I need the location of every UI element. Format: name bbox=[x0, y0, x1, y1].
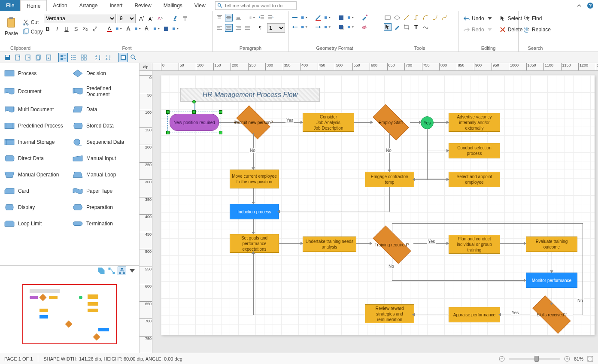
shape-preparation[interactable]: Preparation bbox=[70, 200, 137, 214]
node-plan[interactable]: Plan and conduct individual or group tra… bbox=[449, 235, 500, 254]
qb-export[interactable] bbox=[44, 53, 53, 62]
tool-pen[interactable] bbox=[393, 23, 401, 31]
zoom-out-icon[interactable] bbox=[498, 355, 505, 362]
arrow-end-button[interactable] bbox=[314, 23, 322, 31]
tool-text[interactable]: T bbox=[412, 23, 420, 31]
align-justify-button[interactable] bbox=[244, 24, 252, 32]
node-engage[interactable]: Emgage contractor/ temp bbox=[365, 172, 414, 187]
line-style-button[interactable] bbox=[291, 14, 299, 21]
superscript-button[interactable]: x2 bbox=[91, 25, 99, 33]
indent-right-button[interactable] bbox=[267, 14, 275, 21]
shape-decision[interactable]: Decision bbox=[70, 67, 137, 80]
text-fill-dropdown[interactable] bbox=[172, 25, 179, 33]
qb-outline[interactable] bbox=[58, 53, 68, 62]
node-consider[interactable]: Consider Job Analysis Job Description bbox=[303, 113, 354, 132]
font-color-dropdown[interactable] bbox=[115, 25, 123, 33]
sel-handle[interactable] bbox=[219, 131, 222, 134]
underline-button[interactable]: U bbox=[63, 25, 70, 33]
find-button[interactable]: Find bbox=[521, 14, 544, 23]
eraser-button[interactable] bbox=[361, 23, 368, 31]
sel-handle[interactable] bbox=[166, 131, 170, 134]
shape-sequencial-data[interactable]: Sequencial Data bbox=[70, 135, 137, 149]
drawing-page[interactable]: HR Management Process Flow New position … bbox=[161, 75, 595, 335]
subscript-button[interactable]: x2 bbox=[82, 25, 89, 33]
qb-sort-za[interactable]: ZA bbox=[104, 53, 113, 62]
text-shadow-dropdown[interactable] bbox=[153, 25, 161, 33]
indent-left-button[interactable] bbox=[258, 14, 265, 21]
tell-me-input[interactable] bbox=[224, 3, 294, 8]
tool-arc2[interactable] bbox=[431, 14, 439, 21]
node-skills[interactable]: Skills received? bbox=[526, 302, 577, 328]
align-middle-button[interactable] bbox=[225, 14, 233, 21]
line-color-button[interactable] bbox=[314, 14, 322, 21]
align-right-button[interactable] bbox=[234, 24, 242, 32]
shape-stored-data[interactable]: Stored Data bbox=[70, 119, 137, 133]
node-appraise[interactable]: Appraise performance bbox=[449, 307, 500, 322]
font-family-select[interactable]: Verdana bbox=[44, 14, 116, 23]
qb-preview[interactable] bbox=[118, 53, 128, 62]
node-move[interactable]: Move current employee to the new positio… bbox=[230, 170, 279, 188]
line-color-dropdown[interactable] bbox=[324, 14, 331, 21]
title-box[interactable]: HR Management Process Flow bbox=[180, 88, 320, 102]
rotate-handle[interactable] bbox=[192, 100, 196, 103]
shape-internal-storage[interactable]: Internal Storage bbox=[2, 135, 69, 149]
line-style-dropdown[interactable] bbox=[301, 14, 308, 21]
format-painter-button[interactable] bbox=[181, 15, 189, 22]
sb-more[interactable] bbox=[128, 267, 137, 275]
indent-select[interactable]: 1 bbox=[267, 23, 285, 33]
fill-color-dropdown[interactable] bbox=[347, 14, 355, 21]
node-goals[interactable]: Set goals and performance expectations bbox=[230, 234, 279, 253]
shadow-dropdown[interactable] bbox=[347, 23, 355, 31]
sb-tree[interactable] bbox=[118, 267, 126, 275]
node-undertake[interactable]: Undertake training needs analysis bbox=[303, 237, 356, 252]
qb-sort-az[interactable]: AZ bbox=[94, 53, 103, 62]
collapse-ribbon-icon[interactable] bbox=[576, 2, 583, 9]
text-shadow-button[interactable]: AA bbox=[143, 25, 151, 33]
menu-review[interactable]: Review bbox=[128, 0, 157, 11]
grow-font-button[interactable]: A bbox=[137, 15, 145, 22]
font-color-button[interactable]: A bbox=[106, 25, 113, 33]
undo-button[interactable]: Undo bbox=[461, 14, 495, 23]
tell-me-search[interactable] bbox=[215, 1, 297, 10]
clear-format-button[interactable]: A bbox=[156, 15, 164, 22]
ruler-horizontal[interactable]: 0501001502002503003504004505005506006507… bbox=[152, 63, 598, 71]
shape-manual-operation[interactable]: Manual Operation bbox=[2, 168, 69, 182]
shrink-font-button[interactable]: A bbox=[147, 15, 155, 22]
menu-mailings[interactable]: Mailings bbox=[158, 0, 188, 11]
arrow-end-dropdown[interactable] bbox=[324, 23, 331, 31]
fit-page-icon[interactable] bbox=[587, 355, 594, 362]
node-select[interactable]: Select and appoint employee bbox=[449, 172, 500, 187]
shape-predefined-document[interactable]: Predefined Document bbox=[70, 83, 137, 100]
tool-crop[interactable] bbox=[403, 23, 410, 31]
shape-termination[interactable]: Termination bbox=[70, 217, 137, 231]
shape-predefined-process[interactable]: Predefined Process bbox=[2, 119, 69, 133]
menu-file[interactable]: File bbox=[0, 0, 20, 11]
tool-arc[interactable] bbox=[422, 14, 429, 21]
shape-manual-loop[interactable]: Manual Loop bbox=[70, 168, 137, 182]
fill-color-button[interactable] bbox=[337, 14, 345, 21]
align-center-button[interactable] bbox=[225, 24, 233, 32]
qb-open[interactable] bbox=[23, 53, 33, 62]
qb-zoom[interactable] bbox=[129, 53, 138, 62]
qb-save[interactable] bbox=[3, 53, 12, 62]
shape-document[interactable]: Document bbox=[2, 83, 69, 100]
menu-insert[interactable]: Insert bbox=[103, 0, 128, 11]
tool-freehand[interactable] bbox=[422, 23, 429, 31]
arrow-start-button[interactable] bbox=[291, 23, 299, 31]
tool-curve[interactable] bbox=[440, 14, 448, 21]
node-new-position[interactable]: New position required bbox=[170, 114, 219, 131]
page-preview[interactable] bbox=[0, 276, 139, 353]
tool-connector[interactable] bbox=[412, 14, 420, 21]
help-icon[interactable]: ? bbox=[587, 2, 594, 9]
sb-tag[interactable] bbox=[97, 267, 106, 275]
node-employ[interactable]: Employ Staff bbox=[367, 109, 414, 135]
shape-card[interactable]: Card bbox=[2, 184, 69, 198]
align-left-button[interactable] bbox=[216, 24, 223, 32]
zoom-thumb[interactable] bbox=[534, 356, 539, 362]
node-advertise[interactable]: Advertise vacancy internally and/or exte… bbox=[449, 113, 500, 132]
shadow-button[interactable] bbox=[337, 23, 345, 31]
text-outline-button[interactable]: A bbox=[124, 25, 132, 33]
menu-action[interactable]: Action bbox=[47, 0, 73, 11]
shape-loop-limit[interactable]: Loop Limit bbox=[2, 217, 69, 231]
node-conduct[interactable]: Conduct selection process bbox=[449, 143, 500, 158]
